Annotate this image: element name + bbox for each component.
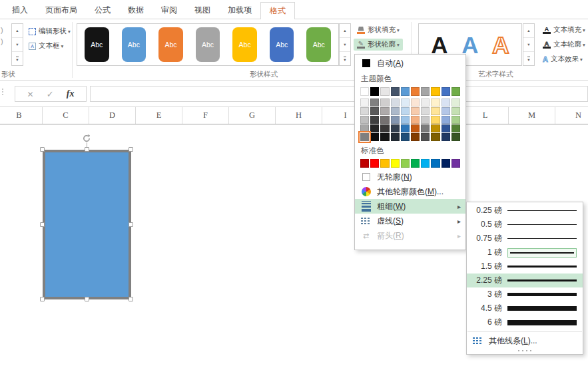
weight-option-2.25磅[interactable]: 2.25 磅 [467, 274, 583, 287]
theme-variant-r4-c10[interactable] [451, 124, 460, 132]
theme-variant-r1-c7[interactable] [421, 98, 430, 106]
text-effects-button[interactable]: A 文本效果 [539, 53, 586, 65]
resize-handle-e[interactable] [129, 222, 133, 227]
theme-variant-r4-c9[interactable] [441, 124, 450, 132]
column-header-E[interactable]: E [136, 107, 182, 124]
tab-插入[interactable]: 插入 [3, 2, 37, 19]
theme-variant-r1-c5[interactable] [401, 98, 410, 106]
edit-shape-button[interactable]: 编辑形状 [25, 25, 74, 37]
column-header-H[interactable]: H [276, 107, 322, 124]
theme-color-4[interactable] [391, 87, 400, 96]
text-outline-button[interactable]: A 文本轮廓 [539, 39, 588, 51]
cancel-icon[interactable] [27, 88, 34, 100]
formula-bar-grip[interactable] [2, 89, 5, 95]
shape-fill-button[interactable]: 形状填充 [354, 24, 403, 36]
theme-variant-r5-c4[interactable] [391, 133, 400, 141]
scroll-down-icon[interactable]: ▾ [523, 38, 534, 52]
theme-variant-r2-c3[interactable] [380, 107, 389, 115]
column-header-C[interactable]: C [43, 107, 89, 124]
theme-color-1[interactable] [360, 87, 369, 96]
column-header-L[interactable]: L [462, 107, 509, 124]
theme-color-10[interactable] [451, 87, 460, 96]
selected-shape-rectangle[interactable] [43, 150, 131, 299]
theme-variant-r1-c2[interactable] [370, 98, 379, 106]
theme-variant-r1-c10[interactable] [451, 98, 460, 106]
scroll-down-icon[interactable]: ▾ [340, 38, 350, 52]
theme-variant-r3-c10[interactable] [451, 116, 460, 124]
insert-function-icon[interactable]: fx [67, 89, 75, 99]
weight-option-1.5磅[interactable]: 1.5 磅 [467, 260, 583, 274]
theme-variant-r1-c4[interactable] [391, 98, 400, 106]
theme-variant-r2-c4[interactable] [391, 107, 400, 115]
resize-handle-w[interactable] [40, 222, 45, 227]
scroll-up-icon[interactable]: ▴ [340, 24, 350, 38]
gallery-more-icon[interactable]: ▾ [340, 52, 350, 65]
theme-variant-r4-c8[interactable] [431, 124, 440, 132]
theme-color-5[interactable] [401, 87, 410, 96]
theme-variant-r4-c2[interactable] [370, 124, 379, 132]
scroll-up-icon[interactable]: ▴ [12, 24, 23, 38]
resize-handle-nw[interactable] [40, 147, 45, 152]
theme-variant-r5-c1[interactable] [360, 133, 369, 141]
theme-variant-r2-c10[interactable] [451, 107, 460, 115]
shape-style-3[interactable]: Abc [158, 27, 183, 62]
tab-审阅[interactable]: 审阅 [152, 2, 186, 19]
shape-style-6[interactable]: Abc [270, 27, 294, 62]
shape-outline-button[interactable]: ✎ 形状轮廓 [354, 39, 403, 51]
column-header-D[interactable]: D [89, 107, 136, 124]
wordart-style-1[interactable]: A [431, 33, 447, 57]
theme-variant-r4-c1[interactable] [360, 124, 369, 132]
theme-variant-r2-c5[interactable] [401, 107, 410, 115]
scroll-down-icon[interactable]: ▾ [12, 38, 23, 52]
theme-variant-r3-c5[interactable] [401, 116, 410, 124]
menu-item-dashes[interactable]: 虚线(S) [355, 214, 465, 228]
gallery-more-icon[interactable]: ▾ [523, 52, 534, 65]
theme-variant-r3-c9[interactable] [441, 116, 450, 124]
column-header-B[interactable]: B [0, 107, 43, 124]
theme-variant-r2-c9[interactable] [441, 107, 450, 115]
theme-variant-r3-c4[interactable] [391, 116, 400, 124]
text-fill-button[interactable]: A 文本填充 [539, 24, 588, 36]
theme-variant-r1-c9[interactable] [441, 98, 450, 106]
theme-variant-r4-c6[interactable] [411, 124, 420, 132]
theme-variant-r4-c5[interactable] [401, 124, 410, 132]
tab-格式[interactable]: 格式 [260, 2, 295, 19]
theme-variant-r1-c3[interactable] [380, 98, 389, 106]
shape-style-5[interactable]: Abc [232, 27, 257, 62]
tab-页面布局[interactable]: 页面布局 [37, 2, 86, 19]
theme-variant-r2-c1[interactable] [360, 107, 369, 115]
wordart-style-3[interactable]: A [492, 33, 509, 57]
menu-item-more-outline-colors[interactable]: 其他轮廓颜色(M)... [355, 184, 465, 199]
rotate-handle[interactable] [82, 134, 91, 143]
weight-option-3磅[interactable]: 3 磅 [467, 287, 583, 301]
menu-item-more-lines[interactable]: 其他线条(L)... [467, 333, 583, 348]
standard-color-9[interactable] [441, 159, 450, 168]
standard-color-3[interactable] [380, 159, 389, 168]
column-header-N[interactable]: N [555, 107, 588, 124]
shape-style-1[interactable]: Abc [85, 27, 109, 62]
weight-option-6磅[interactable]: 6 磅 [467, 315, 583, 329]
resize-handle-n[interactable] [85, 147, 89, 152]
theme-variant-r3-c6[interactable] [411, 116, 420, 124]
wordart-style-2[interactable]: A [461, 33, 478, 57]
theme-variant-r5-c6[interactable] [411, 133, 420, 141]
theme-variant-r3-c3[interactable] [380, 116, 389, 124]
resize-handle-ne[interactable] [129, 147, 133, 152]
resize-handle-s[interactable] [85, 297, 89, 301]
theme-variant-r2-c7[interactable] [421, 107, 430, 115]
text-box-button[interactable]: A 文本框 [25, 40, 67, 52]
menu-resize-grip[interactable] [467, 350, 583, 351]
weight-option-0.25磅[interactable]: 0.25 磅 [467, 204, 583, 218]
shape-style-2[interactable]: Abc [122, 27, 147, 62]
menu-item-weight[interactable]: 粗细(W) [355, 199, 465, 214]
theme-variant-r5-c9[interactable] [441, 133, 450, 141]
standard-color-1[interactable] [360, 159, 369, 168]
standard-color-8[interactable] [431, 159, 440, 168]
theme-variant-r2-c6[interactable] [411, 107, 420, 115]
theme-color-7[interactable] [421, 87, 430, 96]
tab-视图[interactable]: 视图 [186, 2, 219, 19]
enter-icon[interactable] [47, 88, 54, 100]
menu-item-automatic[interactable]: 自动(A) [355, 56, 465, 71]
standard-color-10[interactable] [451, 159, 460, 168]
column-header-G[interactable]: G [229, 107, 276, 124]
